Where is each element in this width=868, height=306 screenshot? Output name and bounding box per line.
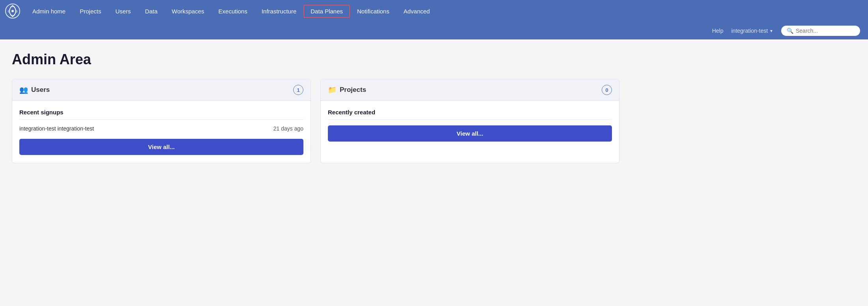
nav-link-users[interactable]: Users (108, 5, 138, 18)
card-section-title-projects: Recently created (328, 109, 612, 116)
signup-name: integration-test integration-test (19, 125, 94, 132)
card-projects: 📁Projects0Recently createdView all... (320, 79, 619, 163)
search-input[interactable] (796, 28, 855, 34)
view-all-button-projects[interactable]: View all... (328, 125, 612, 142)
nav-link-notifications[interactable]: Notifications (350, 5, 397, 18)
divider-users (19, 119, 303, 120)
nav-link-workspaces[interactable]: Workspaces (165, 5, 211, 18)
nav-link-infrastructure[interactable]: Infrastructure (254, 5, 303, 18)
card-header-projects: 📁Projects0 (321, 79, 619, 101)
users-icon: 👥 (19, 86, 28, 94)
divider-projects (328, 119, 612, 120)
search-box: 🔍 (781, 26, 860, 36)
nav-link-advanced[interactable]: Advanced (397, 5, 437, 18)
card-header-left-users: 👥Users (19, 86, 50, 94)
card-body-users: Recent signupsintegration-test integrati… (12, 101, 311, 163)
svg-point-1 (11, 10, 14, 12)
user-label: integration-test (731, 28, 768, 34)
nav-link-data-planes[interactable]: Data Planes (303, 5, 350, 18)
card-title-projects: Projects (340, 86, 366, 94)
card-body-projects: Recently createdView all... (321, 101, 619, 149)
nav-link-data[interactable]: Data (138, 5, 165, 18)
nav-link-admin-home[interactable]: Admin home (25, 5, 73, 18)
nav-link-projects[interactable]: Projects (73, 5, 108, 18)
card-header-users: 👥Users1 (12, 79, 311, 101)
page-title: Admin Area (12, 51, 619, 68)
search-icon: 🔍 (787, 28, 793, 34)
secondary-nav: Help integration-test ▼ 🔍 (0, 22, 868, 39)
card-header-left-projects: 📁Projects (328, 86, 366, 94)
signup-row: integration-test integration-test21 days… (19, 125, 303, 132)
help-link[interactable]: Help (712, 28, 724, 34)
card-badge-users: 1 (293, 85, 303, 95)
view-all-button-users[interactable]: View all... (19, 139, 303, 155)
card-users: 👥Users1Recent signupsintegration-test in… (12, 79, 311, 163)
signup-time: 21 days ago (273, 125, 303, 132)
chevron-down-icon: ▼ (769, 29, 773, 33)
main-nav: Admin homeProjectsUsersDataWorkspacesExe… (25, 5, 863, 18)
projects-icon: 📁 (328, 86, 337, 94)
card-title-users: Users (31, 86, 50, 94)
app-logo[interactable] (5, 3, 21, 19)
nav-link-executions[interactable]: Executions (211, 5, 254, 18)
card-badge-projects: 0 (602, 85, 612, 95)
user-menu[interactable]: integration-test ▼ (731, 28, 773, 34)
card-section-title-users: Recent signups (19, 109, 303, 116)
cards-row: 👥Users1Recent signupsintegration-test in… (12, 79, 619, 163)
